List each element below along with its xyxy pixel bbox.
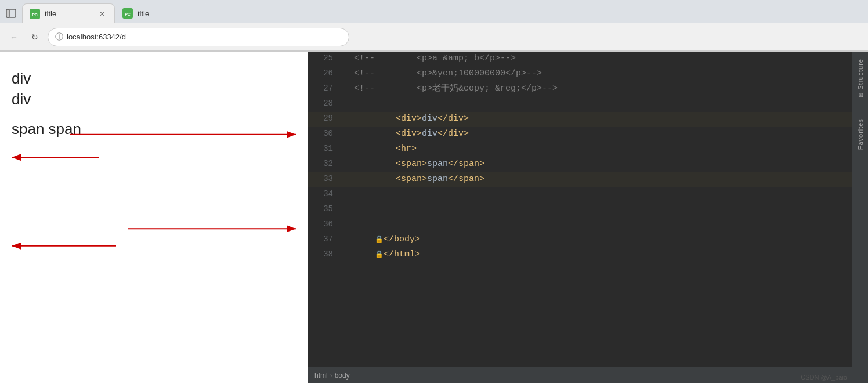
line-number: 32 <box>308 157 342 170</box>
div-line-2: div <box>12 89 296 110</box>
code-line-26: 26 <!-- <p>&yen;100000000</p>--> <box>308 67 868 82</box>
favorites-label: Favorites <box>857 118 864 150</box>
line-number: 36 <box>308 218 342 230</box>
address-bar: ← ↻ ⓘ localhost:63342/d <box>0 23 868 51</box>
breadcrumb-bar: html › body <box>308 367 852 383</box>
ide-area: 25 <!-- <p>a &amp; b</p>--> 26 <!-- <p>&… <box>308 52 868 383</box>
tab-title-2: title <box>138 9 201 18</box>
code-line-32: 32 <span>span</span> <box>308 157 868 172</box>
browser-chrome: PC title ✕ PC title ← ↻ <box>0 0 868 52</box>
tab-bar: PC title ✕ PC title <box>0 0 868 23</box>
structure-tab[interactable]: ⊞ Structure <box>855 54 866 102</box>
code-line-36: 36 <box>308 218 868 233</box>
line-content: <!-- <p>&yen;100000000</p>--> <box>342 67 868 81</box>
code-line-33: 33 <span>span</span> <box>308 172 868 187</box>
line-number: 38 <box>308 248 342 261</box>
code-line-31: 31 <hr> <box>308 142 868 157</box>
code-line-27: 27 <!-- <p>老干妈&copy; &reg;</p>--> <box>308 82 868 97</box>
div-line-1: div <box>12 68 296 89</box>
url-bar[interactable]: ⓘ localhost:63342/d <box>48 28 349 46</box>
breadcrumb-sep: › <box>330 371 332 380</box>
line-number: 31 <box>308 142 342 155</box>
code-line-25: 25 <!-- <p>a &amp; b</p>--> <box>308 52 868 67</box>
span-content: span span <box>12 120 296 138</box>
line-content: 🔒</html> <box>342 248 868 262</box>
line-number: 28 <box>308 97 342 110</box>
info-icon: ⓘ <box>55 32 63 42</box>
viewport-content: div div span span <box>0 56 308 150</box>
line-content: <!-- <p>老干妈&copy; &reg;</p>--> <box>342 82 868 96</box>
code-line-28: 28 <box>308 97 868 112</box>
line-number: 29 <box>308 112 342 125</box>
back-button[interactable]: ← <box>6 29 22 45</box>
line-content: <div>div</div> <box>342 127 868 141</box>
line-number: 37 <box>308 233 342 245</box>
line-content: 🔒</body> <box>342 233 868 247</box>
tab-inactive[interactable]: PC title <box>115 3 208 23</box>
div-content: div div <box>12 68 296 110</box>
line-content: <hr> <box>342 142 868 156</box>
tab-favicon-1: PC <box>30 9 40 19</box>
code-line-37: 37 🔒</body> <box>308 233 868 248</box>
line-number: 33 <box>308 172 342 185</box>
line-content: <div>div</div> <box>342 112 868 126</box>
tab-active[interactable]: PC title ✕ <box>22 3 115 23</box>
url-text: localhost:63342/d <box>67 32 126 41</box>
reload-button[interactable]: ↻ <box>27 29 43 45</box>
line-content: <span>span</span> <box>342 172 868 186</box>
line-number: 26 <box>308 67 342 80</box>
code-line-34: 34 <box>308 187 868 203</box>
line-content: <!-- <p>a &amp; b</p>--> <box>342 52 868 66</box>
code-line-29: 29 <div>div</div> <box>308 112 868 127</box>
svg-rect-1 <box>6 9 9 17</box>
line-number: 25 <box>308 52 342 64</box>
sidebar-toggle[interactable] <box>0 3 22 23</box>
line-number: 30 <box>308 127 342 140</box>
svg-text:PC: PC <box>32 12 38 16</box>
breadcrumb-body[interactable]: body <box>335 371 350 380</box>
line-number: 27 <box>308 82 342 95</box>
breadcrumb-html[interactable]: html <box>314 371 328 380</box>
line-content: <span>span</span> <box>342 157 868 171</box>
browser-viewport: div div span span <box>0 52 308 383</box>
side-panel: ⊞ Structure Favorites <box>852 52 868 383</box>
tab-favicon-2: PC <box>122 8 133 19</box>
code-line-35: 35 <box>308 203 868 218</box>
tab-title-1: title <box>45 9 92 18</box>
viewport-top-border <box>0 52 308 56</box>
code-line-30: 30 <div>div</div> <box>308 127 868 142</box>
code-line-38: 38 🔒</html> <box>308 248 868 263</box>
viewport-hr <box>12 115 296 115</box>
favorites-tab[interactable]: Favorites <box>855 114 866 154</box>
watermark: CSDN @A_baio <box>801 374 847 381</box>
line-number: 35 <box>308 203 342 215</box>
structure-label: Structure <box>857 59 864 90</box>
line-number: 34 <box>308 187 342 200</box>
main-area: div div span span <box>0 52 868 383</box>
code-editor[interactable]: 25 <!-- <p>a &amp; b</p>--> 26 <!-- <p>&… <box>308 52 868 383</box>
svg-text:PC: PC <box>125 12 131 16</box>
tab-close-1[interactable]: ✕ <box>97 9 107 19</box>
